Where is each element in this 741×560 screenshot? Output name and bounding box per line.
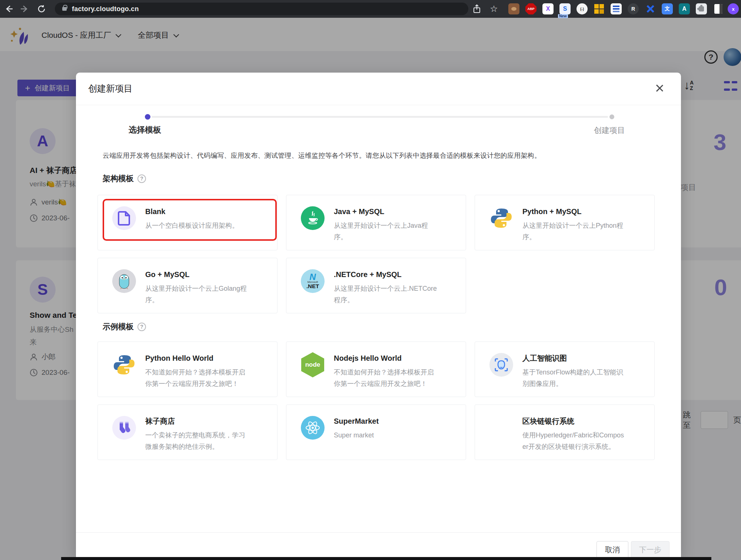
new-badge: New xyxy=(558,14,568,18)
template-desc: 从这里开始设计一个云上Java程 序。 xyxy=(334,220,458,243)
question-icon[interactable]: ? xyxy=(137,323,146,331)
back-button[interactable] xyxy=(3,3,15,15)
template-title: 人工智能识图 xyxy=(522,353,647,363)
browser-toolbar: factory.cloudtogo.cn ☆ ABP X S New (-) R… xyxy=(0,0,741,18)
step-label-select-template: 选择模板 xyxy=(129,124,161,136)
cancel-button[interactable]: 取消 xyxy=(597,541,628,559)
arch-template-section-header: 架构模板 ? xyxy=(103,173,146,184)
template-card-python-hello-world[interactable]: Python Hello World不知道如何开始？选择本模板开启 你第一个云端… xyxy=(97,341,278,397)
template-title: Nodejs Hello World xyxy=(334,353,458,363)
ext-a-icon[interactable]: A xyxy=(679,3,690,14)
template-desc: Super market xyxy=(334,430,458,441)
ext-adblock-icon[interactable]: ABP xyxy=(525,3,536,14)
nodejs-icon: node xyxy=(301,353,325,377)
step-track xyxy=(152,116,608,118)
python-icon xyxy=(112,353,136,377)
lock-icon xyxy=(62,7,67,11)
template-desc: 不知道如何开始？选择本模板开启 你第一个云端应用开发之旅吧！ xyxy=(145,367,270,390)
template-title: Java + MySQL xyxy=(334,206,458,217)
step-label-create-project: 创建项目 xyxy=(594,125,625,136)
template-title: 区块链银行系统 xyxy=(522,416,647,426)
template-card-go-mysql[interactable]: Go + MySQL从这里开始设计一个云上Golang程 序。 xyxy=(97,258,278,313)
ext-doc-icon[interactable] xyxy=(611,3,622,14)
ext-code-icon[interactable]: (-) xyxy=(576,3,588,14)
bookmark-star-icon[interactable]: ☆ xyxy=(488,3,499,14)
example-template-section-header: 示例模板 ? xyxy=(103,321,146,332)
template-title: Go + MySQL xyxy=(145,269,270,280)
face-scan-icon xyxy=(489,353,513,377)
socks-icon xyxy=(112,416,136,440)
ext-puzzle-icon[interactable] xyxy=(696,3,707,14)
example-template-grid: Python Hello World不知道如何开始？选择本模板开启 你第一个云端… xyxy=(97,341,655,460)
create-project-modal: 创建新项目 选择模板 创建项目 云端应用开发将包括架构设计、代码编写、应用发布、… xyxy=(76,73,681,557)
template-card-netcore-mysql[interactable]: N Microsoft .NET .NETCore + MySQL从这里开始设计… xyxy=(286,258,466,313)
ext-r-icon[interactable]: R xyxy=(628,3,639,14)
ext-s-icon[interactable]: S New xyxy=(559,3,571,14)
template-card-python-mysql[interactable]: Python + MySQL从这里开始设计一个云上Python程 序。 xyxy=(475,195,655,250)
close-icon[interactable] xyxy=(654,83,665,93)
template-title: Python Hello World xyxy=(145,353,270,363)
template-card-blockchain-bank[interactable]: 区块链银行系统使用Hyperledger/Fabric和Compos er开发的… xyxy=(475,404,655,460)
modal-title: 创建新项目 xyxy=(88,83,133,94)
address-bar[interactable]: factory.cloudtogo.cn xyxy=(55,3,468,15)
annotation-highlight-box xyxy=(103,199,277,241)
modal-description: 云端应用开发将包括架构设计、代码编写、应用发布、测试管理、运维监控等各个环节。请… xyxy=(103,151,541,160)
share-icon[interactable] xyxy=(471,3,482,14)
next-step-button[interactable]: 下一步 xyxy=(631,541,669,559)
dotnet-icon: N Microsoft .NET xyxy=(301,269,325,293)
ext-monkey-icon[interactable] xyxy=(508,3,519,14)
screen: CloudOS - 应用工厂 全部项目 ? + 创建新项目 A AI + 袜子商… xyxy=(0,0,741,560)
template-desc: 不知道如何开始？选择本模板开启 你第一个云端应用开发之旅吧！ xyxy=(334,367,458,390)
python-icon xyxy=(489,206,513,230)
template-title: 袜子商店 xyxy=(145,416,270,426)
template-desc: 从这里开始设计一个云上.NETCore 程序。 xyxy=(334,283,458,306)
gopher-icon xyxy=(112,269,136,293)
divider xyxy=(76,532,681,533)
ext-translate-icon[interactable]: 文 xyxy=(662,3,673,14)
reload-button[interactable] xyxy=(36,3,47,15)
template-desc: 从这里开始设计一个云上Golang程 序。 xyxy=(145,283,270,306)
window-bottom-edge xyxy=(61,557,711,560)
java-icon xyxy=(301,206,325,230)
template-card-nodejs-hello-world[interactable]: node Nodejs Hello World不知道如何开始？选择本模板开启 你… xyxy=(286,341,466,397)
template-title: .NETCore + MySQL xyxy=(334,269,458,280)
forward-button[interactable] xyxy=(19,3,30,15)
browser-profile-avatar[interactable]: x xyxy=(728,3,739,14)
ext-blue-x-icon[interactable] xyxy=(645,3,656,14)
ext-x-icon[interactable]: X xyxy=(542,3,554,14)
empty-icon-placeholder xyxy=(489,416,513,440)
template-title: Python + MySQL xyxy=(522,206,647,217)
template-desc: 使用Hyperledger/Fabric和Compos er开发的区块链银行演示… xyxy=(522,430,647,453)
template-card-sock-shop[interactable]: 袜子商店一个卖袜子的完整电商系统，学习 微服务架构的绝佳示例。 xyxy=(97,404,278,460)
template-desc: 基于TensorFlow构建的人工智能识 别图像应用。 xyxy=(522,367,647,390)
template-card-java-mysql[interactable]: Java + MySQL从这里开始设计一个云上Java程 序。 xyxy=(286,195,466,250)
ext-grid-icon[interactable] xyxy=(594,3,605,14)
template-desc: 从这里开始设计一个云上Python程 序。 xyxy=(522,220,647,243)
step-dot-active xyxy=(145,114,150,120)
template-card-supermarket[interactable]: SuperMarketSuper market xyxy=(286,404,466,460)
template-card-ai-image-recognition[interactable]: 人工智能识图基于TensorFlow构建的人工智能识 别图像应用。 xyxy=(475,341,655,397)
react-icon xyxy=(301,416,325,440)
question-icon[interactable]: ? xyxy=(137,174,146,183)
divider xyxy=(76,105,681,105)
template-title: SuperMarket xyxy=(334,416,458,426)
ext-sidebar-icon[interactable] xyxy=(713,3,724,14)
template-desc: 一个卖袜子的完整电商系统，学习 微服务架构的绝佳示例。 xyxy=(145,430,270,453)
url-text: factory.cloudtogo.cn xyxy=(72,5,139,13)
step-dot-inactive xyxy=(609,114,614,119)
